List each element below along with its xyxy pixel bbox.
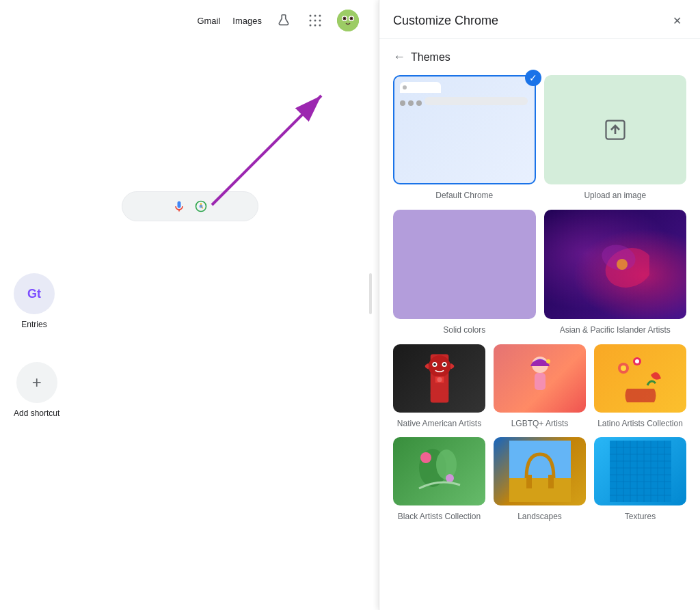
entries-icon[interactable]: Gt <box>14 273 55 314</box>
theme-latino[interactable]: Latino Artists Collection <box>594 344 686 430</box>
back-button[interactable]: ← <box>393 50 405 64</box>
svg-rect-43 <box>509 478 571 502</box>
main-page <box>0 0 379 610</box>
themes-row-4: Black Artists Collection L <box>393 437 686 523</box>
asian-pacific-thumb <box>544 210 687 319</box>
svg-rect-46 <box>610 441 671 502</box>
asian-pacific-label: Asian & Pacific Islander Artists <box>560 324 671 336</box>
native-american-label: Native American Artists <box>397 418 481 430</box>
svg-point-35 <box>621 365 626 371</box>
svg-point-5 <box>319 20 321 22</box>
theme-default[interactable]: ✓ Default Chrome <box>393 75 536 202</box>
upload-icon <box>603 117 628 142</box>
svg-point-8 <box>319 25 321 27</box>
default-chrome-label: Default Chrome <box>435 190 493 202</box>
search-area <box>0 191 379 221</box>
svg-point-41 <box>446 474 454 482</box>
latino-thumb <box>594 344 686 413</box>
themes-row-1: ✓ Default Chrome Upload an image <box>393 75 686 202</box>
svg-point-27 <box>433 363 436 365</box>
latino-art-svg <box>613 348 668 409</box>
asian-art-svg <box>581 230 649 299</box>
native-american-thumb <box>393 344 485 413</box>
themes-row-3: Native American Artists LGBTQ+ Artists <box>393 344 686 430</box>
svg-point-28 <box>443 363 446 365</box>
textures-label: Textures <box>625 511 656 523</box>
gmail-link[interactable]: Gmail <box>197 16 220 26</box>
lgbtq-art-svg <box>520 351 561 406</box>
add-shortcut-label: Add shortcut <box>14 408 59 418</box>
svg-point-24 <box>429 355 450 377</box>
theme-solid-colors[interactable]: Solid colors <box>393 210 536 336</box>
svg-point-2 <box>319 15 321 17</box>
svg-point-7 <box>314 25 317 27</box>
solid-colors-thumb <box>393 210 536 319</box>
theme-native-american[interactable]: Native American Artists <box>393 344 485 430</box>
svg-point-22 <box>617 259 628 270</box>
theme-black-artists[interactable]: Black Artists Collection <box>393 437 485 523</box>
landscape-art-svg <box>509 441 571 502</box>
textures-art-svg <box>610 441 671 502</box>
textures-thumb <box>594 437 686 505</box>
entries-shortcut: Gt Entries <box>14 273 55 329</box>
panel-header: Customize Chrome ✕ <box>379 0 700 39</box>
add-shortcut-button[interactable]: + <box>16 362 57 403</box>
upload-thumb <box>544 75 687 184</box>
default-chrome-thumb <box>393 75 536 184</box>
latino-label: Latino Artists Collection <box>597 418 683 430</box>
svg-point-4 <box>314 20 317 22</box>
theme-upload[interactable]: Upload an image <box>544 75 687 202</box>
svg-point-17 <box>199 205 202 208</box>
svg-point-9 <box>337 10 359 31</box>
flask-icon[interactable] <box>274 11 293 30</box>
theme-landscapes[interactable]: Landscapes <box>494 437 586 523</box>
top-bar: Gmail Images <box>0 0 379 41</box>
images-link[interactable]: Images <box>232 16 262 26</box>
theme-asian-pacific[interactable]: Asian & Pacific Islander Artists <box>544 210 687 336</box>
landscapes-thumb <box>494 437 586 505</box>
themes-content[interactable]: ← Themes <box>379 39 700 610</box>
themes-header: ← Themes <box>393 50 686 64</box>
svg-point-15 <box>351 18 352 19</box>
svg-point-40 <box>420 452 431 463</box>
svg-point-37 <box>635 359 639 363</box>
svg-rect-45 <box>548 475 554 488</box>
svg-point-6 <box>310 25 312 27</box>
black-artists-label: Black Artists Collection <box>398 511 481 523</box>
solid-colors-label: Solid colors <box>443 324 485 336</box>
search-bar <box>122 191 258 221</box>
entries-label: Entries <box>21 320 46 329</box>
native-art-svg <box>416 351 463 406</box>
svg-point-39 <box>436 449 457 480</box>
black-artists-thumb <box>393 437 485 505</box>
theme-lgbtq[interactable]: LGBTQ+ Artists <box>494 344 586 430</box>
svg-point-14 <box>344 18 345 19</box>
apps-icon[interactable] <box>306 11 325 30</box>
themes-row-2: Solid colors Asian & Pacific Islander Ar… <box>393 210 686 336</box>
svg-rect-42 <box>509 441 571 478</box>
svg-point-33 <box>546 359 550 363</box>
svg-point-30 <box>437 377 442 382</box>
svg-point-3 <box>310 20 312 22</box>
lens-icon[interactable] <box>194 199 208 213</box>
mic-icon[interactable] <box>172 199 186 213</box>
landscapes-label: Landscapes <box>517 511 562 523</box>
panel-divider <box>369 273 372 314</box>
upload-label: Upload an image <box>584 190 646 202</box>
svg-point-1 <box>314 15 317 17</box>
svg-point-0 <box>310 15 312 17</box>
lgbtq-thumb <box>494 344 586 413</box>
panel-title: Customize Chrome <box>393 14 498 28</box>
close-button[interactable]: ✕ <box>667 11 686 30</box>
avatar[interactable] <box>337 10 359 31</box>
add-shortcut: + Add shortcut <box>14 362 59 418</box>
svg-rect-44 <box>526 475 532 488</box>
selected-badge: ✓ <box>525 70 541 86</box>
svg-rect-32 <box>535 373 546 390</box>
themes-title: Themes <box>411 51 450 64</box>
theme-textures[interactable]: Textures <box>594 437 686 523</box>
lgbtq-label: LGBTQ+ Artists <box>511 418 569 430</box>
customize-panel: Customize Chrome ✕ ← Themes <box>379 0 700 610</box>
black-art-svg <box>412 441 467 502</box>
